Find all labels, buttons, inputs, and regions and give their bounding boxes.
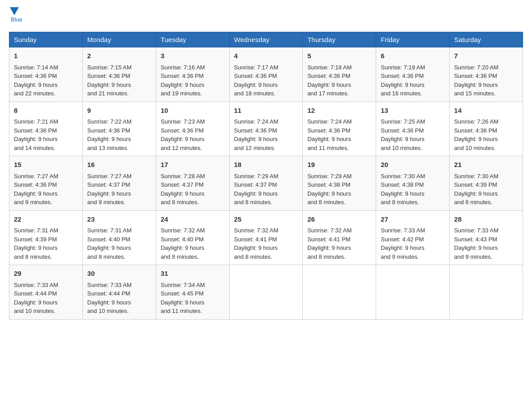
day-info: Sunrise: 7:31 AMSunset: 4:40 PMDaylight:… bbox=[87, 227, 132, 260]
day-info: Sunrise: 7:31 AMSunset: 4:39 PMDaylight:… bbox=[14, 227, 58, 260]
week-row-4: 22Sunrise: 7:31 AMSunset: 4:39 PMDayligh… bbox=[9, 210, 523, 265]
day-info: Sunrise: 7:34 AMSunset: 4:45 PMDaylight:… bbox=[161, 282, 205, 315]
calendar-cell: 10Sunrise: 7:23 AMSunset: 4:36 PMDayligh… bbox=[156, 102, 229, 156]
logo-underline: Blue bbox=[11, 16, 22, 23]
calendar-cell: 14Sunrise: 7:26 AMSunset: 4:36 PMDayligh… bbox=[450, 102, 523, 156]
day-number: 14 bbox=[454, 106, 518, 116]
week-row-5: 29Sunrise: 7:33 AMSunset: 4:44 PMDayligh… bbox=[9, 265, 523, 320]
day-number: 10 bbox=[161, 106, 225, 116]
day-number: 16 bbox=[87, 160, 151, 170]
calendar-cell: 30Sunrise: 7:33 AMSunset: 4:44 PMDayligh… bbox=[82, 265, 156, 320]
day-info: Sunrise: 7:33 AMSunset: 4:42 PMDaylight:… bbox=[381, 227, 425, 260]
day-info: Sunrise: 7:23 AMSunset: 4:36 PMDaylight:… bbox=[161, 118, 205, 151]
day-info: Sunrise: 7:32 AMSunset: 4:41 PMDaylight:… bbox=[307, 227, 352, 260]
calendar-cell: 17Sunrise: 7:28 AMSunset: 4:37 PMDayligh… bbox=[156, 156, 229, 211]
day-number: 21 bbox=[454, 160, 518, 170]
day-info: Sunrise: 7:22 AMSunset: 4:36 PMDaylight:… bbox=[87, 118, 132, 151]
day-number: 12 bbox=[307, 106, 371, 116]
day-number: 7 bbox=[454, 51, 518, 61]
calendar-cell: 9Sunrise: 7:22 AMSunset: 4:36 PMDaylight… bbox=[82, 102, 156, 156]
page-header: Blue bbox=[9, 9, 523, 23]
day-number: 30 bbox=[87, 269, 151, 279]
calendar-cell: 16Sunrise: 7:27 AMSunset: 4:37 PMDayligh… bbox=[82, 156, 156, 211]
day-info: Sunrise: 7:29 AMSunset: 4:38 PMDaylight:… bbox=[307, 173, 352, 206]
day-info: Sunrise: 7:30 AMSunset: 4:39 PMDaylight:… bbox=[454, 173, 498, 206]
calendar-cell bbox=[376, 265, 450, 320]
day-number: 9 bbox=[87, 106, 151, 116]
calendar-cell: 28Sunrise: 7:33 AMSunset: 4:43 PMDayligh… bbox=[450, 210, 523, 265]
calendar-cell bbox=[303, 265, 376, 320]
calendar-cell: 21Sunrise: 7:30 AMSunset: 4:39 PMDayligh… bbox=[450, 156, 523, 211]
day-number: 18 bbox=[234, 160, 298, 170]
calendar-cell: 19Sunrise: 7:29 AMSunset: 4:38 PMDayligh… bbox=[303, 156, 376, 211]
day-info: Sunrise: 7:29 AMSunset: 4:37 PMDaylight:… bbox=[234, 173, 279, 206]
day-number: 15 bbox=[14, 160, 78, 170]
day-info: Sunrise: 7:27 AMSunset: 4:36 PMDaylight:… bbox=[14, 173, 58, 206]
calendar-cell: 1Sunrise: 7:14 AMSunset: 4:36 PMDaylight… bbox=[9, 47, 83, 102]
day-number: 31 bbox=[161, 269, 225, 279]
day-number: 27 bbox=[381, 214, 445, 225]
day-info: Sunrise: 7:21 AMSunset: 4:36 PMDaylight:… bbox=[14, 118, 58, 151]
calendar-cell: 11Sunrise: 7:24 AMSunset: 4:36 PMDayligh… bbox=[229, 102, 303, 156]
logo: Blue bbox=[9, 9, 22, 23]
day-info: Sunrise: 7:15 AMSunset: 4:36 PMDaylight:… bbox=[87, 64, 132, 97]
day-number: 29 bbox=[14, 269, 78, 279]
day-info: Sunrise: 7:33 AMSunset: 4:44 PMDaylight:… bbox=[87, 282, 132, 315]
day-info: Sunrise: 7:14 AMSunset: 4:36 PMDaylight:… bbox=[14, 64, 58, 97]
header-monday: Monday bbox=[82, 32, 156, 47]
calendar-cell: 6Sunrise: 7:19 AMSunset: 4:36 PMDaylight… bbox=[376, 47, 450, 102]
day-number: 6 bbox=[381, 51, 445, 61]
calendar-body: 1Sunrise: 7:14 AMSunset: 4:36 PMDaylight… bbox=[9, 47, 523, 320]
header-saturday: Saturday bbox=[450, 32, 523, 47]
day-number: 22 bbox=[14, 214, 78, 225]
day-info: Sunrise: 7:27 AMSunset: 4:37 PMDaylight:… bbox=[87, 173, 132, 206]
calendar-cell: 3Sunrise: 7:16 AMSunset: 4:36 PMDaylight… bbox=[156, 47, 229, 102]
day-number: 20 bbox=[381, 160, 445, 170]
calendar-cell: 23Sunrise: 7:31 AMSunset: 4:40 PMDayligh… bbox=[82, 210, 156, 265]
day-info: Sunrise: 7:33 AMSunset: 4:43 PMDaylight:… bbox=[454, 227, 498, 260]
day-number: 8 bbox=[14, 106, 78, 116]
day-number: 25 bbox=[234, 214, 298, 225]
day-number: 1 bbox=[14, 51, 78, 61]
calendar-cell: 29Sunrise: 7:33 AMSunset: 4:44 PMDayligh… bbox=[9, 265, 83, 320]
day-info: Sunrise: 7:24 AMSunset: 4:36 PMDaylight:… bbox=[234, 118, 279, 151]
calendar-cell: 22Sunrise: 7:31 AMSunset: 4:39 PMDayligh… bbox=[9, 210, 83, 265]
calendar-header: SundayMondayTuesdayWednesdayThursdayFrid… bbox=[9, 32, 523, 47]
calendar-cell bbox=[229, 265, 303, 320]
day-info: Sunrise: 7:19 AMSunset: 4:36 PMDaylight:… bbox=[381, 64, 425, 97]
calendar-cell: 2Sunrise: 7:15 AMSunset: 4:36 PMDaylight… bbox=[82, 47, 156, 102]
day-number: 23 bbox=[87, 214, 151, 225]
day-info: Sunrise: 7:20 AMSunset: 4:36 PMDaylight:… bbox=[454, 64, 498, 97]
header-sunday: Sunday bbox=[9, 32, 83, 47]
day-number: 17 bbox=[161, 160, 225, 170]
day-info: Sunrise: 7:30 AMSunset: 4:38 PMDaylight:… bbox=[381, 173, 425, 206]
day-info: Sunrise: 7:25 AMSunset: 4:36 PMDaylight:… bbox=[381, 118, 425, 151]
day-number: 2 bbox=[87, 51, 151, 61]
day-info: Sunrise: 7:17 AMSunset: 4:36 PMDaylight:… bbox=[234, 64, 279, 97]
calendar-cell: 5Sunrise: 7:18 AMSunset: 4:36 PMDaylight… bbox=[303, 47, 376, 102]
day-number: 26 bbox=[307, 214, 371, 225]
header-thursday: Thursday bbox=[303, 32, 376, 47]
calendar-cell: 15Sunrise: 7:27 AMSunset: 4:36 PMDayligh… bbox=[9, 156, 83, 211]
day-number: 5 bbox=[307, 51, 371, 61]
day-info: Sunrise: 7:28 AMSunset: 4:37 PMDaylight:… bbox=[161, 173, 205, 206]
day-number: 3 bbox=[161, 51, 225, 61]
calendar-cell: 27Sunrise: 7:33 AMSunset: 4:42 PMDayligh… bbox=[376, 210, 450, 265]
calendar-cell: 4Sunrise: 7:17 AMSunset: 4:36 PMDaylight… bbox=[229, 47, 303, 102]
calendar-cell bbox=[450, 265, 523, 320]
day-number: 19 bbox=[307, 160, 371, 170]
calendar-cell: 12Sunrise: 7:24 AMSunset: 4:36 PMDayligh… bbox=[303, 102, 376, 156]
calendar-cell: 18Sunrise: 7:29 AMSunset: 4:37 PMDayligh… bbox=[229, 156, 303, 211]
day-info: Sunrise: 7:18 AMSunset: 4:36 PMDaylight:… bbox=[307, 64, 352, 97]
calendar-cell: 20Sunrise: 7:30 AMSunset: 4:38 PMDayligh… bbox=[376, 156, 450, 211]
logo-triangle-icon bbox=[10, 7, 19, 15]
week-row-1: 1Sunrise: 7:14 AMSunset: 4:36 PMDaylight… bbox=[9, 47, 523, 102]
calendar-cell: 31Sunrise: 7:34 AMSunset: 4:45 PMDayligh… bbox=[156, 265, 229, 320]
day-info: Sunrise: 7:16 AMSunset: 4:36 PMDaylight:… bbox=[161, 64, 205, 97]
header-wednesday: Wednesday bbox=[229, 32, 303, 47]
day-number: 4 bbox=[234, 51, 298, 61]
day-info: Sunrise: 7:32 AMSunset: 4:40 PMDaylight:… bbox=[161, 227, 205, 260]
calendar-cell: 26Sunrise: 7:32 AMSunset: 4:41 PMDayligh… bbox=[303, 210, 376, 265]
calendar-cell: 7Sunrise: 7:20 AMSunset: 4:36 PMDaylight… bbox=[450, 47, 523, 102]
week-row-3: 15Sunrise: 7:27 AMSunset: 4:36 PMDayligh… bbox=[9, 156, 523, 211]
